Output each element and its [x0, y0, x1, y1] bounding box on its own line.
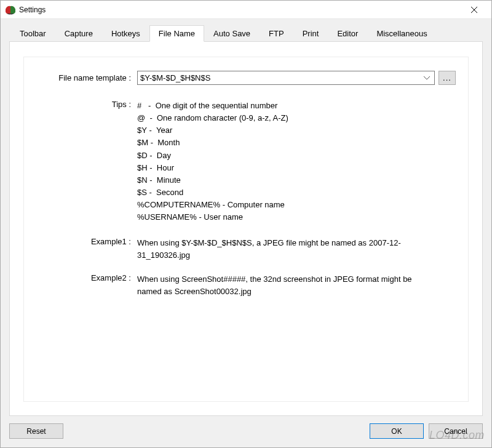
tip-line: $M - Month [137, 137, 456, 149]
close-button[interactable] [462, 1, 486, 18]
file-name-panel: File name template : ... Tips : # - One … [23, 57, 469, 402]
tab-auto-save[interactable]: Auto Save [204, 25, 260, 41]
browse-button[interactable]: ... [438, 71, 456, 85]
tip-line: $Y - Year [137, 124, 456, 137]
template-label: File name template : [36, 73, 137, 82]
example1-block: Example1 : When using $Y-$M-$D_$H$N$S, a… [36, 237, 456, 261]
buttons-row: Reset OK Cancel [9, 423, 483, 439]
chevron-down-icon[interactable] [422, 76, 432, 80]
template-input[interactable] [140, 73, 422, 82]
window-title: Settings [19, 6, 462, 14]
tips-list: # - One digit of the sequential number @… [137, 100, 456, 223]
settings-window: Settings Toolbar Capture Hotkeys File Na… [0, 0, 492, 448]
tip-line: %COMPUTERNAME% - Computer name [137, 199, 456, 211]
tab-file-name[interactable]: File Name [149, 25, 204, 42]
tip-line: $D - Day [137, 150, 456, 162]
template-row: File name template : ... [36, 71, 456, 85]
tab-print[interactable]: Print [293, 25, 328, 41]
titlebar: Settings [1, 1, 491, 19]
tip-line: # - One digit of the sequential number [137, 100, 456, 112]
tab-editor[interactable]: Editor [328, 25, 367, 41]
tab-toolbar[interactable]: Toolbar [10, 25, 55, 41]
cancel-button[interactable]: Cancel [429, 423, 483, 439]
tip-line: $S - Second [137, 186, 456, 199]
example2-text: When using ScreenShot#####, the 32nd scr… [137, 273, 420, 297]
example1-text: When using $Y-$M-$D_$H$N$S, a JPEG file … [137, 237, 420, 261]
example2-block: Example2 : When using ScreenShot#####, t… [36, 273, 456, 297]
tip-line: $N - Minute [137, 174, 456, 186]
tip-line: @ - One random character (0-9, a-z, A-Z) [137, 112, 456, 124]
tab-ftp[interactable]: FTP [260, 25, 293, 41]
tab-hotkeys[interactable]: Hotkeys [102, 25, 149, 41]
tip-line: %USERNAME% - User name [137, 211, 456, 223]
tips-label: Tips : [36, 100, 137, 223]
reset-button[interactable]: Reset [9, 423, 63, 439]
example2-label: Example2 : [36, 273, 137, 297]
tabs: Toolbar Capture Hotkeys File Name Auto S… [10, 25, 483, 41]
tab-panel: File name template : ... Tips : # - One … [9, 41, 483, 416]
template-combo[interactable] [137, 71, 435, 85]
app-icon [6, 5, 15, 15]
tip-line: $H - Hour [137, 162, 456, 174]
tips-block: Tips : # - One digit of the sequential n… [36, 100, 456, 223]
example1-label: Example1 : [36, 237, 137, 261]
tab-capture[interactable]: Capture [55, 25, 102, 41]
client-area: Toolbar Capture Hotkeys File Name Auto S… [1, 19, 491, 447]
close-icon [471, 7, 477, 13]
tab-miscellaneous[interactable]: Miscellaneous [367, 25, 436, 41]
ok-button[interactable]: OK [370, 423, 424, 439]
